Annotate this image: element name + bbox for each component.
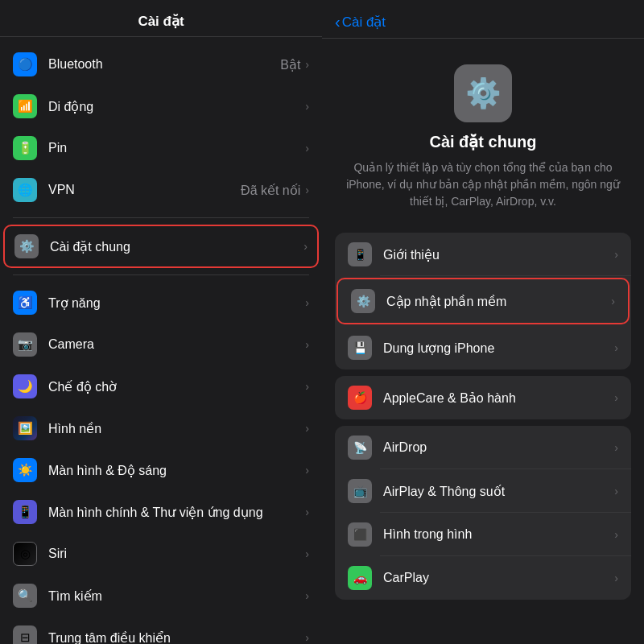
search-label: Tìm kiếm — [48, 588, 305, 604]
right-section-section3: 📡AirDrop›📺AirPlay & Thông suốt›⬛Hình tro… — [335, 426, 631, 600]
homescreen-icon: 📱 — [13, 500, 37, 524]
right-panel: ‹ Cài đặt ⚙️ Cài đặt chung Quản lý thiết… — [322, 0, 644, 644]
software-update-right-chevron-icon: › — [611, 295, 615, 308]
airdrop-right-label: AirDrop — [383, 440, 614, 455]
right-item-applecare[interactable]: 🍎AppleCare & Bảo hành› — [335, 376, 631, 419]
software-update-right-icon: ⚙️ — [351, 289, 375, 313]
settings-item-bluetooth[interactable]: 🔵BluetoothBật› — [0, 43, 322, 85]
right-item-pip[interactable]: ⬛Hình trong hình› — [335, 513, 631, 556]
wallpaper-chevron-icon: › — [305, 422, 309, 435]
right-section-section2: 🍎AppleCare & Bảo hành› — [335, 376, 631, 419]
settings-item-display[interactable]: ☀️Màn hình & Độ sáng› — [0, 449, 322, 491]
control-label: Trung tâm điều khiển — [48, 630, 305, 645]
applecare-right-label: AppleCare & Bảo hành — [383, 390, 614, 406]
carplay-right-chevron-icon: › — [614, 572, 618, 584]
pip-right-icon: ⬛ — [348, 522, 372, 547]
right-item-software-update[interactable]: ⚙️Cập nhật phần mềm› — [336, 278, 630, 324]
pip-right-label: Hình trong hình — [383, 527, 614, 542]
settings-item-wallpaper[interactable]: 🖼️Hình nền› — [0, 407, 322, 449]
pin-icon: 🔋 — [13, 136, 37, 160]
vpn-chevron-icon: › — [305, 184, 309, 196]
general-icon: ⚙️ — [14, 234, 39, 258]
airdrop-right-icon: 📡 — [348, 436, 372, 460]
camera-chevron-icon: › — [305, 338, 309, 351]
display-icon: ☀️ — [13, 458, 37, 482]
carplay-right-icon: 🚗 — [348, 566, 372, 590]
storage-right-chevron-icon: › — [614, 341, 618, 354]
settings-item-general[interactable]: ⚙️Cài đặt chung› — [3, 225, 319, 268]
airplay-right-label: AirPlay & Thông suốt — [383, 484, 614, 499]
right-item-about[interactable]: 📱Giới thiệu› — [335, 233, 631, 276]
back-button[interactable]: ‹ Cài đặt — [335, 13, 386, 31]
settings-item-vpn[interactable]: 🌐VPNĐã kết nối› — [0, 169, 322, 211]
pin-label: Pin — [48, 141, 305, 155]
camera-icon: 📷 — [13, 332, 37, 357]
right-item-carplay[interactable]: 🚗CarPlay› — [335, 556, 631, 600]
applecare-right-icon: 🍎 — [348, 386, 372, 410]
right-sections: 📱Giới thiệu›⚙️Cập nhật phần mềm›💾Dung lư… — [322, 233, 644, 600]
search-icon: 🔍 — [13, 584, 37, 608]
right-header: ‹ Cài đặt — [322, 0, 644, 39]
mobile-icon: 📶 — [13, 94, 37, 118]
airdrop-right-chevron-icon: › — [614, 441, 618, 454]
display-label: Màn hình & Độ sáng — [48, 463, 305, 478]
right-content: ⚙️ Cài đặt chung Quản lý thiết lập và tù… — [322, 39, 644, 644]
right-item-airplay[interactable]: 📺AirPlay & Thông suốt› — [335, 469, 631, 513]
app-info-section: ⚙️ Cài đặt chung Quản lý thiết lập và tù… — [322, 45, 644, 226]
general-label: Cài đặt chung — [50, 239, 303, 254]
bluetooth-label: Bluetooth — [48, 57, 280, 72]
about-right-chevron-icon: › — [614, 248, 618, 261]
settings-item-siri[interactable]: ◎Siri› — [0, 533, 322, 575]
bluetooth-chevron-icon: › — [305, 58, 309, 71]
app-title: Cài đặt chung — [429, 132, 536, 151]
settings-item-control[interactable]: ⊟Trung tâm điều khiển› — [0, 617, 322, 644]
settings-list: 🔵BluetoothBật›📶Di động›🔋Pin›🌐VPNĐã kết n… — [0, 37, 322, 644]
vpn-value: Đã kết nối — [241, 183, 300, 198]
siri-icon: ◎ — [13, 542, 37, 566]
about-right-label: Giới thiệu — [383, 247, 614, 262]
pip-right-chevron-icon: › — [614, 528, 618, 541]
wallpaper-label: Hình nền — [48, 421, 305, 436]
wallpaper-icon: 🖼️ — [13, 416, 37, 440]
storage-right-label: Dung lượng iPhone — [383, 341, 614, 356]
settings-item-focus[interactable]: 🌙Chế độ chờ› — [0, 365, 322, 407]
pin-chevron-icon: › — [305, 142, 309, 155]
settings-section-rest: ♿Trợ năng›📷Camera›🌙Chế độ chờ›🖼️Hình nền… — [0, 282, 322, 644]
accessibility-icon: ♿ — [13, 291, 37, 315]
storage-right-icon: 💾 — [348, 336, 372, 360]
app-icon-large: ⚙️ — [454, 64, 512, 122]
airplay-right-chevron-icon: › — [614, 485, 618, 497]
app-description: Quản lý thiết lập và tùy chọn tổng thể c… — [341, 159, 625, 210]
settings-item-homescreen[interactable]: 📱Màn hình chính & Thư viện ứng dụng› — [0, 491, 322, 533]
mobile-label: Di động — [48, 99, 305, 114]
display-chevron-icon: › — [305, 464, 309, 477]
accessibility-chevron-icon: › — [305, 296, 309, 309]
left-title: Cài đặt — [138, 14, 184, 29]
bluetooth-value: Bật — [280, 57, 300, 72]
accessibility-label: Trợ năng — [48, 295, 305, 311]
back-chevron-icon: ‹ — [335, 13, 341, 31]
search-chevron-icon: › — [305, 589, 309, 602]
about-right-icon: 📱 — [348, 242, 372, 266]
focus-chevron-icon: › — [305, 380, 309, 393]
focus-label: Chế độ chờ — [48, 379, 305, 394]
settings-item-search[interactable]: 🔍Tìm kiếm› — [0, 575, 322, 617]
right-item-airdrop[interactable]: 📡AirDrop› — [335, 426, 631, 469]
settings-section-network: 🔵BluetoothBật›📶Di động›🔋Pin›🌐VPNĐã kết n… — [0, 43, 322, 211]
control-icon: ⊟ — [13, 625, 37, 644]
settings-item-mobile[interactable]: 📶Di động› — [0, 85, 322, 127]
settings-item-pin[interactable]: 🔋Pin› — [0, 127, 322, 169]
mobile-chevron-icon: › — [305, 100, 309, 113]
homescreen-chevron-icon: › — [305, 506, 309, 518]
right-item-storage[interactable]: 💾Dung lượng iPhone› — [335, 326, 631, 369]
applecare-right-chevron-icon: › — [614, 391, 618, 404]
right-section-section1: 📱Giới thiệu›⚙️Cập nhật phần mềm›💾Dung lư… — [335, 233, 631, 369]
back-label: Cài đặt — [342, 14, 386, 31]
left-panel: Cài đặt 🔵BluetoothBật›📶Di động›🔋Pin›🌐VPN… — [0, 0, 322, 644]
settings-item-camera[interactable]: 📷Camera› — [0, 324, 322, 365]
vpn-icon: 🌐 — [13, 178, 37, 202]
left-header: Cài đặt — [0, 0, 322, 37]
software-update-right-label: Cập nhật phần mềm — [386, 294, 611, 309]
siri-chevron-icon: › — [305, 547, 309, 560]
settings-item-accessibility[interactable]: ♿Trợ năng› — [0, 282, 322, 324]
